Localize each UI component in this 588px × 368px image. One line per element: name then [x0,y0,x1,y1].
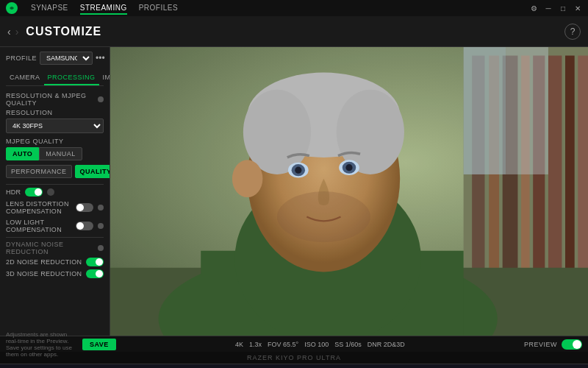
lens-distortion-knob [76,204,84,211]
divider-2 [6,237,104,238]
low-light-info [98,223,104,229]
mjpeg-auto-button[interactable]: AUTO [6,147,39,160]
title-nav: SYNAPSE STREAMING PROFILES [31,2,178,15]
header-bar: ‹ › CUSTOMIZE ? [0,16,588,47]
tab-image[interactable]: IMAGE [99,71,110,85]
app-logo [6,2,18,14]
noise-3d-row: 3D NOISE REDUCTION [6,269,104,278]
spec-4k: 4K [235,341,243,348]
mjpeg-manual-button[interactable]: MANUAL [39,147,82,160]
section-tabs: CAMERA PROCESSING IMAGE [6,71,104,86]
noise-3d-knob [96,270,103,277]
help-button[interactable]: ? [564,24,581,40]
low-light-label: LOW LIGHT COMPENSATION [6,219,71,233]
camera-name: RAZER KIYO PRO ULTRA [247,354,341,361]
hdr-toggle[interactable] [25,188,43,197]
page-title: CUSTOMIZE [26,25,564,38]
preview-area [110,47,588,336]
resolution-label: RESOLUTION [6,109,104,116]
low-light-toggle[interactable] [76,222,93,230]
quality-button[interactable]: QUALITY [75,165,110,178]
lens-distortion-label: LENS DISTORTION COMPENSATION [6,200,71,215]
settings-icon[interactable]: ⚙ [529,4,538,13]
hdr-info-dot [47,188,54,196]
performance-button[interactable]: PERFORMANCE [6,165,72,178]
noise-2d-label: 2D NOISE REDUCTION [6,258,83,266]
taskbar: Search [0,364,588,368]
lens-distortion-info [98,205,104,210]
resolution-quality-heading: RESOLUTION & MJPEG QUALITY [6,92,104,107]
preview-toggle-knob [573,340,581,349]
noise-2d-knob [96,258,103,266]
dynamic-noise-dot [98,245,104,251]
status-right: PREVIEW [524,339,582,350]
profile-row: PROFILE SAMSUNGGALAXYBO... ••• [6,52,104,65]
tab-camera[interactable]: CAMERA [6,71,44,85]
maximize-button[interactable]: □ [559,4,567,13]
spec-iso: ISO 100 [304,341,329,348]
nav-tab-synapse[interactable]: SYNAPSE [31,2,68,15]
preview-label: PREVIEW [524,341,557,348]
nav-tab-profiles[interactable]: PROFILES [139,2,178,15]
perf-quality-row: PERFORMANCE QUALITY [6,165,104,178]
forward-button[interactable]: › [15,26,19,38]
profile-more-button[interactable]: ••• [96,53,105,63]
status-left: Adjustments are shown real-time in the P… [6,331,116,358]
mjpeg-label: MJPEG QUALITY [6,138,104,145]
hdr-label: HDR [6,188,21,196]
hdr-toggle-knob [35,188,42,196]
status-bar: Adjustments are shown real-time in the P… [0,336,588,352]
info-dot-resolution [98,96,104,102]
title-bar: SYNAPSE STREAMING PROFILES ⚙ ─ □ ✕ [0,0,588,16]
lens-distortion-row: LENS DISTORTION COMPENSATION [6,200,104,215]
close-button[interactable]: ✕ [573,4,582,13]
divider-1 [6,184,104,185]
window-controls: ⚙ ─ □ ✕ [529,4,582,13]
profile-label: PROFILE [6,54,37,62]
profile-dropdown[interactable]: SAMSUNGGALAXYBO... [40,52,93,65]
lens-distortion-toggle[interactable] [76,203,93,212]
preview-image [110,47,588,336]
nav-tab-streaming[interactable]: STREAMING [80,2,127,15]
spec-zoom: 1.3x [249,341,262,348]
specs-row: 4K 1.3x FOV 65.5° ISO 100 SS 1/60s DNR 2… [235,341,405,348]
back-button[interactable]: ‹ [7,26,11,38]
save-button[interactable]: SAVE [82,339,116,350]
preview-toggle[interactable] [562,339,582,350]
noise-2d-row: 2D NOISE REDUCTION [6,258,104,266]
noise-3d-toggle[interactable] [86,269,104,278]
hdr-row: HDR [6,188,104,197]
low-light-row: LOW LIGHT COMPENSATION [6,219,104,233]
spec-fov: FOV 65.5° [268,341,298,348]
tab-processing[interactable]: PROCESSING [44,71,99,85]
main-content: PROFILE SAMSUNGGALAXYBO... ••• CAMERA PR… [0,47,588,336]
noise-2d-toggle[interactable] [86,258,104,266]
spec-ss: SS 1/60s [334,341,362,348]
low-light-knob [76,222,84,230]
hint-text: Adjustments are shown real-time in the P… [6,331,79,358]
resolution-select[interactable]: 4K 30FPS 1080P 60FPS 1080P 30FPS 720P 60… [6,118,104,133]
mjpeg-toggle-group: AUTO MANUAL [6,147,104,160]
spec-dnr: DNR 2D&3D [368,341,405,348]
left-panel: PROFILE SAMSUNGGALAXYBO... ••• CAMERA PR… [0,47,110,336]
minimize-button[interactable]: ─ [544,4,553,13]
svg-rect-33 [110,47,588,336]
dynamic-noise-heading: DYNAMIC NOISE REDUCTION [6,241,104,255]
noise-3d-label: 3D NOISE REDUCTION [6,270,83,277]
